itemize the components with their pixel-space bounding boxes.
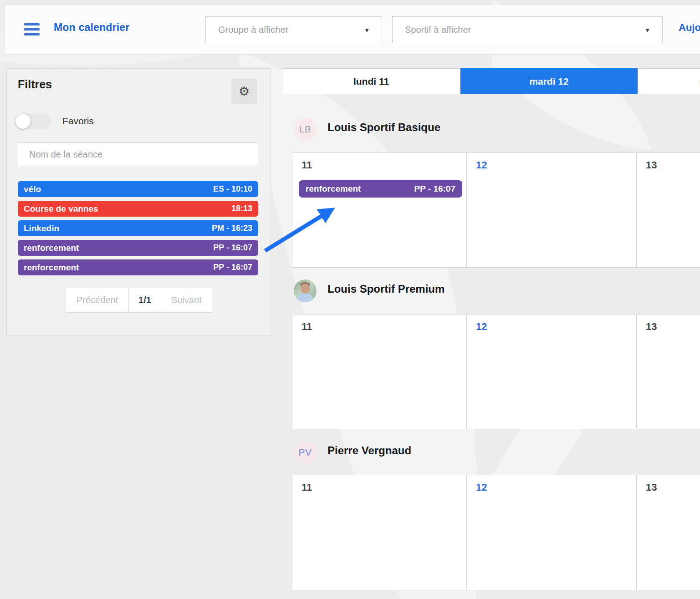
event-chip[interactable]: renforcement PP - 16:07 <box>299 180 462 198</box>
day-number: 12 <box>476 159 636 171</box>
athlete-name: Louis Sportif Premium <box>327 283 445 295</box>
today-button[interactable]: Aujourd'hui <box>679 22 700 34</box>
calendar-cell[interactable]: 11 <box>292 475 467 590</box>
avatar-initials: PV <box>294 441 317 464</box>
filter-chip[interactable]: renforcement PP - 16:07 <box>18 259 258 275</box>
filter-chip-list: vélo ES - 10:10 Course de vannes 18:13 L… <box>18 181 258 279</box>
pagination: Précédent 1/1 Suivant <box>66 288 212 313</box>
event-label: renforcement <box>306 184 361 194</box>
calendar-grid: 11 renforcement PP - 16:07 12 13 <box>292 152 700 268</box>
day-number: 11 <box>301 159 466 171</box>
day-header-lundi[interactable]: lundi 11 <box>282 68 460 94</box>
chip-time: ES - 10:10 <box>213 184 252 194</box>
day-header-mercredi[interactable]: mercredi 13 <box>638 68 700 94</box>
avatar-photo <box>294 279 317 302</box>
chip-label: Linkedin <box>24 223 59 234</box>
calendar-grid: 11 12 13 <box>292 475 700 590</box>
filter-chip[interactable]: Linkedin PM - 16:23 <box>18 220 258 236</box>
calendar-cell[interactable]: 12 <box>467 475 637 590</box>
gear-icon: ⚙ <box>239 86 250 98</box>
day-header-mardi[interactable]: mardi 12 <box>460 68 638 94</box>
day-number: 11 <box>301 482 466 493</box>
day-number: 13 <box>646 159 700 171</box>
filter-chip[interactable]: vélo ES - 10:10 <box>18 181 258 197</box>
athlete-select[interactable]: Sportif à afficher ▼ <box>392 16 663 43</box>
event-time: PP - 16:07 <box>414 184 455 194</box>
filter-chip[interactable]: renforcement PP - 16:07 <box>18 240 258 256</box>
day-number: 13 <box>646 482 700 493</box>
chip-time: PP - 16:07 <box>213 263 252 272</box>
chip-time: PM - 16:23 <box>212 223 252 233</box>
menu-icon[interactable] <box>24 23 40 36</box>
favorites-toggle[interactable] <box>15 113 51 129</box>
chip-time: 18:13 <box>231 204 252 213</box>
avatar-photo-detail <box>301 284 310 294</box>
page-title: Mon calendrier <box>54 21 129 34</box>
calendar-cell[interactable]: 11 renforcement PP - 16:07 <box>292 153 467 267</box>
athlete-name: Pierre Vergnaud <box>327 444 411 457</box>
day-number: 12 <box>476 482 636 493</box>
day-number: 11 <box>301 321 466 333</box>
caret-down-icon: ▼ <box>364 26 370 33</box>
chip-label: Course de vannes <box>24 204 98 214</box>
athlete-select-placeholder: Sportif à afficher <box>393 25 471 35</box>
filters-panel: Filtres ⚙ Favoris vélo ES - 10:10 Course… <box>6 68 271 335</box>
next-button[interactable]: Suivant <box>161 288 212 312</box>
page-indicator: 1/1 <box>129 288 161 312</box>
filters-title: Filtres <box>18 78 52 91</box>
caret-down-icon: ▼ <box>644 26 650 33</box>
calendar-cell[interactable]: 13 <box>637 315 700 429</box>
favorites-label: Favoris <box>62 116 94 127</box>
calendar-cell[interactable]: 11 <box>292 315 467 429</box>
avatar-initials: LB <box>294 118 317 141</box>
prev-button[interactable]: Précédent <box>66 288 129 312</box>
day-number: 12 <box>476 321 636 333</box>
session-name-input[interactable] <box>18 142 258 166</box>
calendar-cell[interactable]: 12 <box>467 315 637 429</box>
day-number: 13 <box>646 321 700 333</box>
athlete-name: Louis Sportif Basique <box>327 121 440 134</box>
filter-chip[interactable]: Course de vannes 18:13 <box>18 201 258 217</box>
chip-label: renforcement <box>24 263 79 273</box>
group-select[interactable]: Groupe à afficher ▼ <box>205 16 382 43</box>
settings-button[interactable]: ⚙ <box>231 79 257 104</box>
top-bar: Mon calendrier Groupe à afficher ▼ Sport… <box>4 5 700 55</box>
chip-time: PP - 16:07 <box>213 243 252 253</box>
chip-label: renforcement <box>24 243 79 253</box>
calendar-grid: 11 12 13 <box>292 314 700 429</box>
group-select-placeholder: Groupe à afficher <box>206 25 288 35</box>
calendar-cell[interactable]: 12 <box>467 153 637 267</box>
chip-label: vélo <box>24 184 41 194</box>
calendar-cell[interactable]: 13 <box>637 475 700 590</box>
calendar-cell[interactable]: 13 <box>637 153 700 267</box>
toggle-knob <box>15 114 31 129</box>
